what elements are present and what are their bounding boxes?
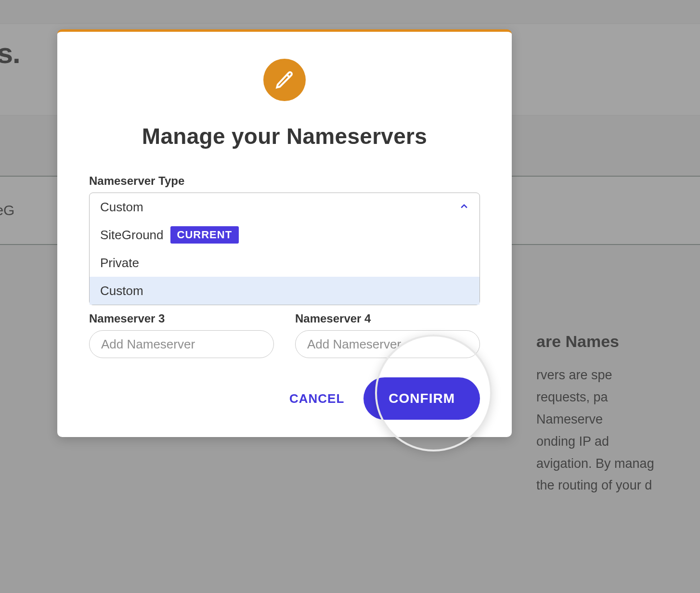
option-custom[interactable]: Custom bbox=[90, 277, 480, 305]
option-label: Private bbox=[100, 256, 139, 271]
cancel-button[interactable]: CANCEL bbox=[289, 391, 344, 406]
select-current-value: Custom bbox=[100, 200, 143, 215]
current-badge: CURRENT bbox=[170, 226, 239, 244]
nameserver-4-input[interactable] bbox=[295, 330, 480, 358]
confirm-button[interactable]: CONFIRM bbox=[363, 377, 480, 420]
option-label: Custom bbox=[100, 284, 143, 298]
nameserver-3-input[interactable] bbox=[89, 330, 274, 358]
option-siteground[interactable]: SiteGround CURRENT bbox=[90, 221, 480, 249]
chevron-up-icon bbox=[459, 200, 469, 215]
nameserver-3-label: Nameserver 3 bbox=[89, 312, 274, 325]
nameserver-type-label: Nameserver Type bbox=[89, 174, 480, 188]
option-private[interactable]: Private bbox=[90, 249, 480, 277]
nameserver-4-label: Nameserver 4 bbox=[295, 312, 480, 325]
select-header[interactable]: Custom bbox=[90, 193, 480, 221]
select-options-list: SiteGround CURRENT Private Custom bbox=[90, 221, 480, 305]
manage-nameservers-modal: Manage your Nameservers Nameserver Type … bbox=[57, 29, 512, 437]
modal-title: Manage your Nameservers bbox=[89, 123, 480, 149]
option-label: SiteGround bbox=[100, 228, 164, 243]
nameserver-type-select[interactable]: Custom SiteGround CURRENT Private Custom bbox=[89, 193, 480, 305]
pencil-icon bbox=[263, 59, 306, 101]
